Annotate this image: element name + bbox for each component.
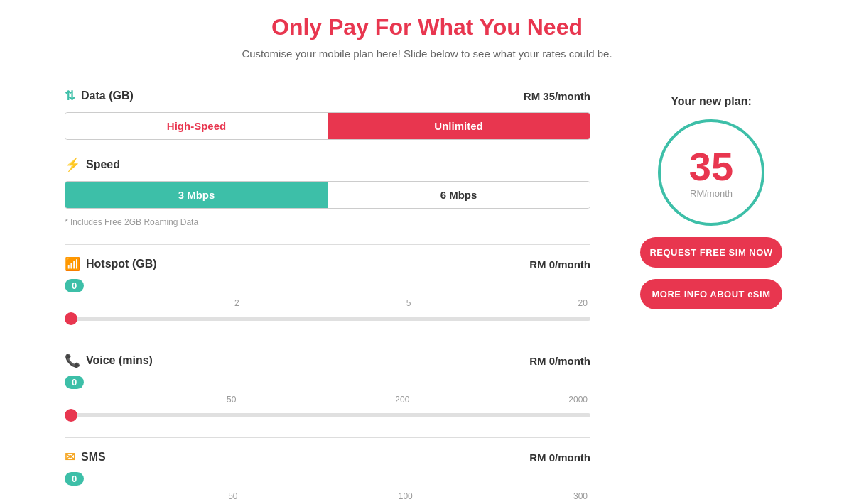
- voice-label-text: Voice (mins): [86, 354, 153, 367]
- page-title: Only Pay For What You Need: [65, 14, 789, 40]
- hotspot-section: 📶 Hotspot (GB) RM 0/month 0 2 5 20: [65, 256, 590, 324]
- voice-header: 📞 Voice (mins) RM 0/month: [65, 353, 590, 368]
- sms-ticks: 50 100 300: [65, 491, 590, 501]
- price-number: 35: [689, 147, 733, 187]
- price-circle: 35 RM/month: [658, 119, 764, 226]
- more-info-button[interactable]: MORE INFO ABOUT eSIM: [640, 279, 782, 309]
- speed-label: ⚡ Speed: [65, 157, 120, 172]
- hotspot-tick-2: 2: [234, 298, 239, 308]
- request-sim-button[interactable]: REQUEST FREE SIM NOW: [640, 237, 782, 268]
- voice-tick-50: 50: [227, 395, 236, 405]
- data-toggle-group: High-Speed Unlimited: [65, 112, 590, 140]
- hotspot-ticks: 2 5 20: [65, 298, 590, 308]
- page-subtitle: Customise your mobile plan here! Slide b…: [65, 48, 789, 60]
- data-header: ⇅ Data (GB) RM 35/month: [65, 88, 590, 104]
- data-icon: ⇅: [65, 88, 75, 104]
- speed-label-text: Speed: [86, 158, 120, 171]
- speed-toggle-3mbps[interactable]: 3 Mbps: [65, 182, 328, 208]
- roaming-note: * Includes Free 2GB Roaming Data: [65, 217, 590, 227]
- voice-slider[interactable]: [65, 413, 590, 417]
- divider-1: [65, 244, 590, 245]
- left-panel: ⇅ Data (GB) RM 35/month High-Speed Unlim…: [65, 88, 590, 504]
- sms-label-text: SMS: [81, 451, 106, 464]
- sms-price: RM 0/month: [529, 451, 590, 464]
- speed-toggle-6mbps[interactable]: 6 Mbps: [328, 182, 590, 208]
- sms-tick-100: 100: [399, 491, 413, 501]
- divider-2: [65, 341, 590, 341]
- hotspot-header: 📶 Hotspot (GB) RM 0/month: [65, 256, 590, 272]
- speed-icon: ⚡: [65, 157, 80, 172]
- voice-section: 📞 Voice (mins) RM 0/month 0 50 200 2000: [65, 353, 590, 420]
- price-unit: RM/month: [690, 188, 733, 199]
- speed-header: ⚡ Speed: [65, 157, 590, 172]
- hotspot-tick-5: 5: [406, 298, 411, 308]
- hotspot-icon: 📶: [65, 256, 80, 272]
- right-panel: Your new plan: 35 RM/month REQUEST FREE …: [633, 88, 789, 309]
- hotspot-price: RM 0/month: [529, 258, 590, 270]
- voice-icon: 📞: [65, 353, 80, 368]
- data-section: ⇅ Data (GB) RM 35/month High-Speed Unlim…: [65, 88, 590, 140]
- sms-value-badge: 0: [65, 472, 84, 486]
- sms-tick-50: 50: [228, 491, 237, 501]
- plan-title: Your new plan:: [671, 95, 751, 108]
- data-label-text: Data (GB): [81, 89, 134, 102]
- data-label: ⇅ Data (GB): [65, 88, 134, 104]
- data-price: RM 35/month: [524, 90, 590, 102]
- hotspot-tick-20: 20: [578, 298, 588, 308]
- hotspot-slider[interactable]: [65, 317, 590, 321]
- data-toggle-highspeed[interactable]: High-Speed: [65, 113, 328, 139]
- sms-section: ✉ SMS RM 0/month 0 50 100 300: [65, 449, 590, 504]
- voice-label: 📞 Voice (mins): [65, 353, 153, 368]
- voice-value-badge: 0: [65, 376, 84, 389]
- hotspot-label: 📶 Hotspot (GB): [65, 256, 157, 272]
- divider-3: [65, 437, 590, 438]
- voice-ticks: 50 200 2000: [65, 395, 590, 405]
- speed-section: ⚡ Speed 3 Mbps 6 Mbps * Includes Free 2G…: [65, 157, 590, 227]
- speed-toggle-group: 3 Mbps 6 Mbps: [65, 181, 590, 209]
- voice-price: RM 0/month: [529, 355, 590, 367]
- hotspot-value-badge: 0: [65, 279, 84, 292]
- voice-tick-2000: 2000: [568, 395, 588, 405]
- data-toggle-unlimited[interactable]: Unlimited: [328, 113, 590, 139]
- sms-icon: ✉: [65, 449, 75, 465]
- sms-tick-300: 300: [573, 491, 588, 501]
- voice-tick-200: 200: [395, 395, 409, 405]
- hotspot-label-text: Hotspot (GB): [86, 258, 157, 270]
- sms-header: ✉ SMS RM 0/month: [65, 449, 590, 465]
- sms-label: ✉ SMS: [65, 449, 106, 465]
